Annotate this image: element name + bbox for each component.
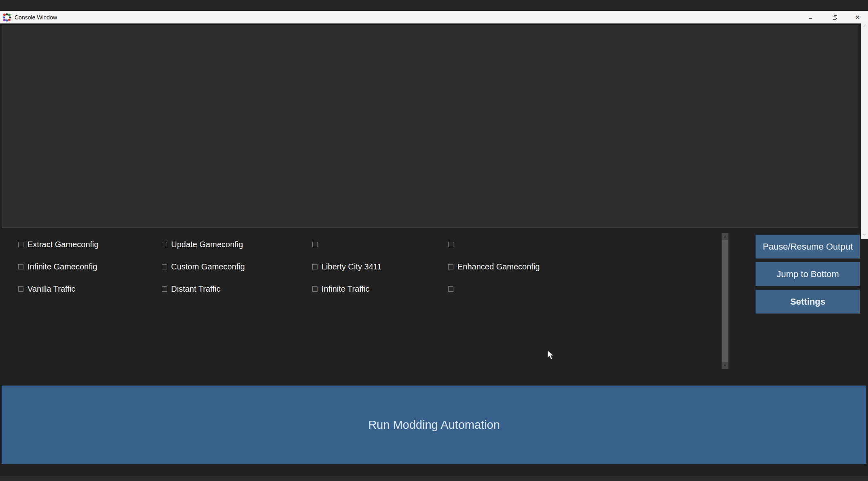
checkbox-option-update-gameconfig[interactable]: Update Gameconfig xyxy=(162,239,243,250)
minimize-button[interactable]: – xyxy=(798,11,823,23)
pause-resume-output-label: Pause/Resume Output xyxy=(763,242,853,252)
restore-icon xyxy=(833,15,837,20)
checkbox[interactable] xyxy=(162,264,167,269)
checkbox-label: Custom Gameconfig xyxy=(171,262,245,271)
close-icon: ✕ xyxy=(855,14,860,21)
scroll-down-icon[interactable]: ▾ xyxy=(722,362,728,369)
run-modding-automation-button[interactable]: Run Modding Automation xyxy=(2,386,866,464)
checkbox[interactable] xyxy=(18,242,23,247)
checkbox-label: Infinite Traffic xyxy=(322,284,370,294)
checkbox-label: Infinite Gameconfig xyxy=(28,262,97,271)
checkbox-option-infinite-traffic[interactable]: Infinite Traffic xyxy=(312,283,370,295)
checkbox-option-unlabeled-1[interactable] xyxy=(312,239,322,250)
checkbox-label: Enhanced Gameconfig xyxy=(457,262,540,271)
checkbox-option-infinite-gameconfig[interactable]: Infinite Gameconfig xyxy=(18,261,97,272)
console-output[interactable] xyxy=(2,25,858,228)
checkbox[interactable] xyxy=(18,264,23,269)
checkbox[interactable] xyxy=(18,286,23,292)
bottom-strip xyxy=(0,476,868,481)
checkbox[interactable] xyxy=(448,242,453,247)
jump-to-bottom-label: Jump to Bottom xyxy=(777,269,839,280)
scroll-down-icon[interactable] xyxy=(863,233,866,236)
checkbox-label: Distant Traffic xyxy=(171,284,220,294)
checkbox[interactable] xyxy=(162,286,167,292)
checkbox[interactable] xyxy=(312,242,318,247)
scroll-up-icon[interactable]: ▴ xyxy=(722,233,728,240)
checkbox-option-distant-traffic[interactable]: Distant Traffic xyxy=(162,283,220,295)
checkbox[interactable] xyxy=(448,264,453,269)
checkbox[interactable] xyxy=(312,264,318,269)
checkbox-option-vanilla-traffic[interactable]: Vanilla Traffic xyxy=(18,283,75,295)
checkbox-option-unlabeled-3[interactable] xyxy=(448,283,457,295)
restore-button[interactable] xyxy=(823,11,847,23)
checkbox-option-custom-gameconfig[interactable]: Custom Gameconfig xyxy=(162,261,245,272)
checkbox-option-extract-gameconfig[interactable]: Extract Gameconfig xyxy=(18,239,99,250)
settings-button[interactable]: Settings xyxy=(756,290,860,314)
checkbox-label: Update Gameconfig xyxy=(171,240,243,249)
checkbox-label: Vanilla Traffic xyxy=(28,284,75,294)
app-icon xyxy=(2,13,11,22)
checkbox[interactable] xyxy=(448,286,453,292)
checkbox[interactable] xyxy=(312,286,318,292)
checkbox-option-liberty-city-3411[interactable]: Liberty City 3411 xyxy=(312,261,382,272)
window-controls: – ✕ xyxy=(798,11,868,23)
mouse-cursor xyxy=(547,350,557,360)
checkbox-option-unlabeled-2[interactable] xyxy=(448,239,457,250)
console-window-app: Console Window – ✕ Extract Gameconfig In… xyxy=(0,0,868,481)
checkbox[interactable] xyxy=(162,242,167,247)
options-scrollbar[interactable]: ▴ ▾ xyxy=(722,233,728,369)
scrollbar-grip-icon xyxy=(863,24,866,27)
top-strip xyxy=(0,0,868,11)
checkbox-option-enhanced-gameconfig[interactable]: Enhanced Gameconfig xyxy=(448,261,540,272)
scrollbar-thumb[interactable] xyxy=(722,240,728,362)
window-title: Console Window xyxy=(15,14,57,21)
titlebar[interactable]: Console Window – ✕ xyxy=(0,11,868,23)
jump-to-bottom-button[interactable]: Jump to Bottom xyxy=(756,262,860,286)
pause-resume-output-button[interactable]: Pause/Resume Output xyxy=(756,235,860,259)
checkbox-label: Liberty City 3411 xyxy=(322,262,382,271)
console-scrollbar[interactable] xyxy=(861,21,868,239)
run-modding-automation-label: Run Modding Automation xyxy=(368,418,500,432)
settings-label: Settings xyxy=(790,297,826,307)
minimize-icon: – xyxy=(809,14,812,21)
checkbox-label: Extract Gameconfig xyxy=(28,240,99,249)
